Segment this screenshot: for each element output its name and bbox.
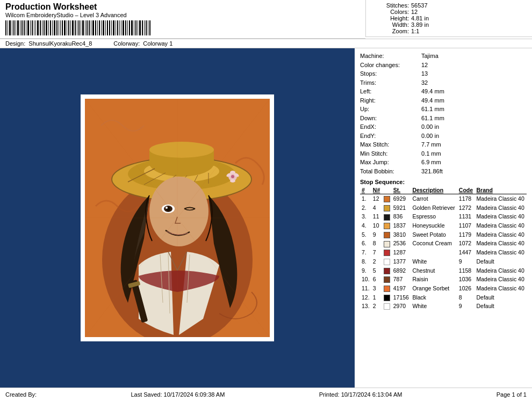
color-changes-label: Color changes: — [360, 61, 419, 70]
svg-rect-0 — [5, 20, 6, 35]
svg-rect-14 — [34, 20, 34, 35]
svg-rect-68 — [144, 20, 145, 35]
max-jump-label: Max Jump: — [360, 158, 419, 167]
n-cell: 7 — [371, 248, 382, 257]
n-cell: 5 — [371, 266, 382, 275]
svg-rect-56 — [119, 20, 120, 35]
n-cell: 12 — [371, 194, 382, 203]
stops-label: Stops: — [360, 69, 419, 78]
svg-point-88 — [231, 175, 234, 178]
machine-info-section: Machine: Tajima Color changes: 12 Stops:… — [360, 52, 527, 176]
table-row: 8.21377White9Default — [360, 257, 527, 266]
svg-rect-55 — [117, 20, 118, 35]
code-cell: 1026 — [457, 284, 475, 293]
table-row: 4.101837Honeysuckle1107Madeira Classic 4… — [360, 221, 527, 230]
svg-rect-33 — [72, 20, 74, 35]
svg-rect-60 — [127, 20, 128, 35]
seq-cell: 5. — [360, 230, 371, 239]
svg-rect-45 — [97, 20, 98, 35]
svg-rect-1 — [8, 20, 8, 35]
svg-rect-11 — [27, 20, 29, 35]
table-row: 9.56892Chestnut1158Madeira Classic 40 — [360, 266, 527, 275]
svg-point-80 — [149, 142, 214, 158]
svg-rect-19 — [44, 20, 45, 35]
n-cell: 6 — [371, 275, 382, 284]
stop-sequence-title: Stop Sequence: — [360, 179, 527, 185]
svg-rect-54 — [116, 20, 116, 35]
svg-rect-7 — [20, 20, 20, 35]
seq-cell: 11. — [360, 284, 371, 293]
description-cell: Black — [411, 293, 457, 302]
height-label: Height: — [371, 15, 409, 21]
st-cell: 3810 — [392, 230, 411, 239]
up-value: 61.1 mm — [421, 105, 444, 114]
svg-rect-24 — [54, 20, 55, 35]
max-stitch-label: Max Stitch: — [360, 140, 419, 149]
footer: Created By: Last Saved: 10/17/2024 6:09:… — [0, 388, 532, 400]
svg-rect-4 — [13, 20, 15, 35]
table-row: 10.6787Raisin1036Madeira Classic 40 — [360, 275, 527, 284]
svg-rect-35 — [77, 20, 77, 35]
machine-label: Machine: — [360, 52, 419, 61]
svg-rect-71 — [149, 20, 150, 35]
svg-rect-62 — [131, 20, 133, 35]
svg-rect-28 — [62, 20, 63, 35]
stats-box: Stitches: 56537 Colors: 12 Height: 4.81 … — [365, 0, 532, 37]
page-number: Page 1 of 1 — [497, 391, 527, 398]
colorway-label: Colorway: — [113, 40, 140, 47]
brand-cell: Madeira Classic 40 — [475, 194, 527, 203]
seq-cell: 3. — [360, 212, 371, 221]
seq-cell: 2. — [360, 203, 371, 213]
svg-rect-66 — [139, 20, 141, 35]
endy-value: 0.00 in — [421, 132, 439, 141]
meta-row: Design: ShunsulKyorakuRec4_8 Colorway: C… — [0, 39, 532, 48]
code-cell: 1447 — [457, 248, 475, 257]
total-bobbin-value: 321.86ft — [421, 167, 443, 176]
table-row: 7.712871447Madeira Classic 40 — [360, 248, 527, 257]
st-cell: 1377 — [392, 257, 411, 266]
svg-rect-16 — [37, 20, 39, 35]
swatch-cell — [382, 221, 392, 230]
swatch-cell — [382, 248, 392, 257]
description-cell: Golden Retriever — [411, 203, 457, 213]
swatch-cell — [382, 230, 392, 239]
n-cell: 1 — [371, 293, 382, 302]
brand-cell: Madeira Classic 40 — [475, 248, 527, 257]
description-cell: White — [411, 257, 457, 266]
svg-rect-23 — [52, 20, 53, 35]
info-panel: Machine: Tajima Color changes: 12 Stops:… — [355, 48, 532, 388]
created-by: Created By: — [5, 391, 37, 398]
svg-rect-47 — [101, 20, 102, 35]
n-cell: 10 — [371, 221, 382, 230]
svg-rect-5 — [16, 20, 16, 35]
swatch-cell — [382, 293, 392, 302]
code-cell: 9 — [457, 302, 475, 311]
svg-rect-8 — [21, 20, 23, 35]
swatch-cell — [382, 194, 392, 203]
swatch-cell — [382, 239, 392, 248]
seq-cell: 4. — [360, 221, 371, 230]
svg-rect-43 — [92, 20, 94, 35]
col-description: Description — [411, 186, 457, 194]
description-cell: White — [411, 302, 457, 311]
description-cell: Chestnut — [411, 266, 457, 275]
svg-rect-20 — [46, 20, 47, 35]
svg-rect-13 — [32, 20, 33, 35]
design-label: Design: — [5, 40, 25, 47]
brand-cell: Madeira Classic 40 — [475, 203, 527, 213]
svg-rect-17 — [40, 20, 41, 35]
description-cell: Raisin — [411, 275, 457, 284]
table-row: 1.126929Carrot1178Madeira Classic 40 — [360, 194, 527, 203]
svg-rect-36 — [78, 20, 80, 35]
n-cell: 9 — [371, 230, 382, 239]
description-cell: Sweet Potato — [411, 230, 457, 239]
swatch-cell — [382, 203, 392, 213]
svg-point-91 — [230, 171, 235, 174]
design-panel — [0, 48, 355, 388]
max-stitch-value: 7.7 mm — [421, 140, 441, 149]
st-cell: 787 — [392, 275, 411, 284]
svg-rect-42 — [91, 20, 91, 35]
stitches-value: 56537 — [411, 2, 428, 9]
svg-rect-50 — [107, 20, 108, 35]
table-row: 12.117156Black8Default — [360, 293, 527, 302]
